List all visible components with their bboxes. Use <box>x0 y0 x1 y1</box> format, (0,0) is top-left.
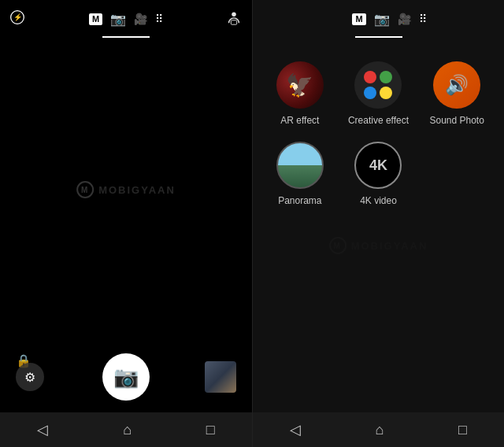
camera-plus-icon[interactable]: 📷 <box>110 12 126 27</box>
4k-video-label: 4K video <box>360 195 397 206</box>
left-panel: ⚡ M 📷 🎥 ⠿ M MOBIGYAAN 🔒 ⚙ <box>0 0 252 447</box>
right-top-bar-icons: M 📷 🎥 ⠿ <box>352 12 426 27</box>
recents-button[interactable]: □ <box>206 422 215 438</box>
back-button[interactable]: ◁ <box>37 421 48 438</box>
top-bar-icons: M 📷 🎥 ⠿ <box>89 12 163 27</box>
4k-video-icon: 4K <box>354 142 402 189</box>
right-camera-plus-icon[interactable]: 📷 <box>374 12 390 27</box>
svg-text:⚡: ⚡ <box>13 13 23 22</box>
creative-effect-label: Creative effect <box>348 115 409 126</box>
svg-point-2 <box>232 13 236 17</box>
right-back-button[interactable]: ◁ <box>290 421 301 438</box>
right-top-bar: M 📷 🎥 ⠿ <box>253 0 504 38</box>
shutter-button[interactable]: 📷 <box>102 353 150 401</box>
panorama-icon <box>276 142 324 189</box>
settings-button[interactable]: ⚙ <box>16 363 44 391</box>
ar-effect-mode[interactable]: 🦅 AR effect <box>269 61 332 126</box>
creative-effect-icon <box>354 61 402 109</box>
left-nav-bar: ◁ ⌂ □ <box>0 412 252 447</box>
right-panel: M 📷 🎥 ⠿ 🦅 AR effect Cr <box>252 0 504 447</box>
bottom-controls: ⚙ 📷 <box>0 342 252 412</box>
grid-icon[interactable]: ⠿ <box>155 13 163 25</box>
left-top-bar: ⚡ M 📷 🎥 ⠿ <box>0 0 252 38</box>
right-mode-m-icon[interactable]: M <box>352 13 365 25</box>
sound-photo-label: Sound Photo <box>429 115 484 126</box>
ar-effect-icon: 🦅 <box>276 61 324 109</box>
flash-icon[interactable]: ⚡ <box>9 9 25 28</box>
right-home-button[interactable]: ⌂ <box>376 422 384 438</box>
mode-m-icon[interactable]: M <box>89 13 102 25</box>
right-recents-button[interactable]: □ <box>458 422 467 438</box>
sound-photo-icon: 🔊 <box>433 61 480 109</box>
ar-effect-label: AR effect <box>280 115 319 126</box>
4k-video-mode[interactable]: 4K 4K video <box>347 142 410 206</box>
right-grid-icon[interactable]: ⠿ <box>419 13 427 25</box>
right-nav-bar: ◁ ⌂ □ <box>253 412 504 447</box>
right-tab-underline <box>355 36 402 38</box>
camera-viewfinder: M MOBIGYAAN <box>0 38 252 342</box>
watermark: M MOBIGYAAN <box>76 181 176 198</box>
svg-rect-3 <box>231 20 236 24</box>
gallery-thumbnail[interactable] <box>205 361 236 393</box>
right-watermark: M MOBIGYAAN <box>329 237 428 254</box>
sound-photo-mode[interactable]: 🔊 Sound Photo <box>425 61 488 126</box>
mode-grid: 🦅 AR effect Creative effect 🔊 Sound Phot… <box>253 38 504 412</box>
right-video-icon[interactable]: 🎥 <box>398 13 411 25</box>
video-icon[interactable]: 🎥 <box>134 13 147 25</box>
panorama-mode[interactable]: Panorama <box>269 142 332 206</box>
home-button[interactable]: ⌂ <box>123 422 132 438</box>
panorama-label: Panorama <box>278 195 321 206</box>
creative-effect-mode[interactable]: Creative effect <box>347 61 410 126</box>
selfie-icon[interactable] <box>225 9 243 29</box>
